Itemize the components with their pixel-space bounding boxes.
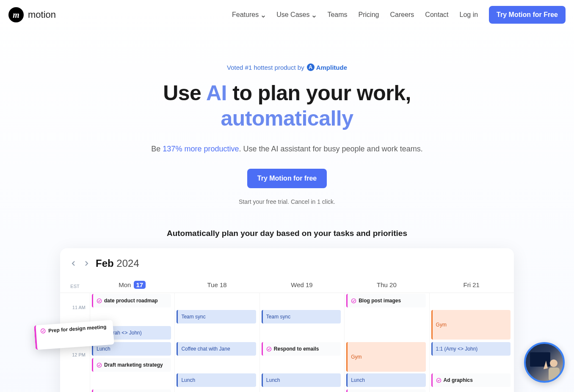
calendar-preview: Feb 2024 EST Mon 17 Tue 18 Wed 19 Thu 20…	[60, 248, 514, 392]
day-thu[interactable]: Thu 20	[344, 275, 429, 293]
event-gym-fri[interactable]: Gym	[431, 310, 511, 340]
day-wed[interactable]: Wed 19	[259, 275, 344, 293]
event-blog[interactable]: Blog post images	[346, 294, 425, 307]
check-icon	[97, 362, 102, 368]
event-coffee[interactable]: Coffee chat with Jane	[177, 342, 256, 356]
check-icon	[266, 346, 272, 352]
brand-name: motion	[28, 9, 56, 20]
primary-nav: Features Use Cases Teams Pricing Careers…	[232, 6, 566, 24]
event-gym-thu[interactable]: Gym	[346, 342, 425, 372]
svg-rect-9	[549, 367, 560, 381]
voted-text: Voted #1 hottest product by	[227, 64, 304, 71]
event-lunch-tue[interactable]: Lunch	[177, 373, 256, 387]
calendar-title: Feb 2024	[96, 258, 139, 269]
nav-careers[interactable]: Careers	[390, 11, 414, 19]
next-month-button[interactable]	[83, 260, 90, 267]
days-header: EST Mon 17 Tue 18 Wed 19 Thu 20 Fri 21	[60, 275, 514, 293]
event-emails[interactable]: Respond to emails	[262, 342, 341, 356]
chevron-down-icon	[312, 13, 316, 17]
event-roadmap[interactable]: date product roadmap	[92, 294, 171, 307]
check-icon	[436, 378, 442, 383]
day-mon[interactable]: Mon 17	[90, 275, 174, 293]
check-icon	[351, 298, 356, 304]
event-sync-wed[interactable]: Team sync	[262, 310, 341, 323]
amplitude-icon: A	[307, 63, 315, 71]
close-icon[interactable]: ✕	[557, 342, 565, 350]
day-tue[interactable]: Tue 18	[174, 275, 259, 293]
event-ad[interactable]: Ad graphics	[431, 373, 511, 387]
col-wed: Team sync Respond to emails Lunch	[259, 293, 344, 392]
event-draft-thu[interactable]: Draft marketing strategy	[346, 389, 425, 392]
col-thu: Blog post images Gym Lunch Draft marketi…	[344, 293, 429, 392]
person-icon	[543, 357, 560, 381]
amplitude-label: Amplitude	[316, 64, 347, 71]
event-lunch-wed[interactable]: Lunch	[262, 373, 341, 387]
nav-features[interactable]: Features	[232, 11, 265, 19]
col-tue: Team sync Coffee chat with Jane Lunch	[174, 293, 259, 392]
hero-title: Use AI to plan your work, automatically	[8, 80, 566, 131]
hero-subtitle: Be 137% more productive. Use the AI assi…	[8, 145, 566, 154]
day-fri[interactable]: Fri 21	[429, 275, 514, 293]
nav-use-cases[interactable]: Use Cases	[276, 11, 316, 19]
nav-teams[interactable]: Teams	[327, 11, 347, 19]
event-draft-mon[interactable]: Draft marketing strategy	[92, 358, 171, 372]
check-icon	[40, 328, 46, 334]
check-icon	[97, 298, 102, 304]
prev-month-button[interactable]	[70, 260, 77, 267]
nav-pricing[interactable]: Pricing	[359, 11, 379, 19]
hero-section: Voted #1 hottest product by A Amplitude …	[0, 30, 574, 205]
timezone-label: EST	[60, 275, 90, 293]
section-heading: Automatically plan your day based on you…	[0, 229, 574, 238]
event-sync-tue[interactable]: Team sync	[177, 310, 256, 323]
video-chat-widget[interactable]: ✕	[524, 342, 565, 383]
hero-note: Start your free trial. Cancel in 1 click…	[8, 198, 566, 205]
nav-use-cases-label: Use Cases	[276, 11, 309, 19]
try-free-button[interactable]: Try Motion for Free	[489, 6, 566, 24]
nav-contact[interactable]: Contact	[425, 11, 448, 19]
chevron-down-icon	[261, 13, 265, 17]
nav-login[interactable]: Log in	[460, 11, 478, 19]
event-11-amy[interactable]: 1:1 (Amy <> John)	[431, 342, 511, 356]
calendar-grid: 11 AM 12 PM date product roadmap 1:1 (Sa…	[60, 293, 514, 392]
col-fri: Gym 1:1 (Amy <> John) Ad graphics	[429, 293, 514, 392]
amplitude-badge: A Amplitude	[307, 63, 347, 71]
logo-icon: m	[8, 7, 24, 22]
event-lunch-thu[interactable]: Lunch	[346, 373, 425, 387]
nav-features-label: Features	[232, 11, 259, 19]
svg-point-8	[550, 359, 557, 367]
hero-cta-button[interactable]: Try Motion for free	[247, 169, 327, 188]
voted-badge[interactable]: Voted #1 hottest product by A Amplitude	[8, 63, 566, 71]
productivity-link[interactable]: 137% more productive	[163, 145, 239, 153]
event-prep-mon[interactable]: Prep for design meeting	[92, 389, 171, 392]
calendar-header: Feb 2024	[60, 258, 514, 275]
logo[interactable]: m motion	[8, 7, 56, 22]
site-header: m motion Features Use Cases Teams Pricin…	[0, 0, 574, 30]
